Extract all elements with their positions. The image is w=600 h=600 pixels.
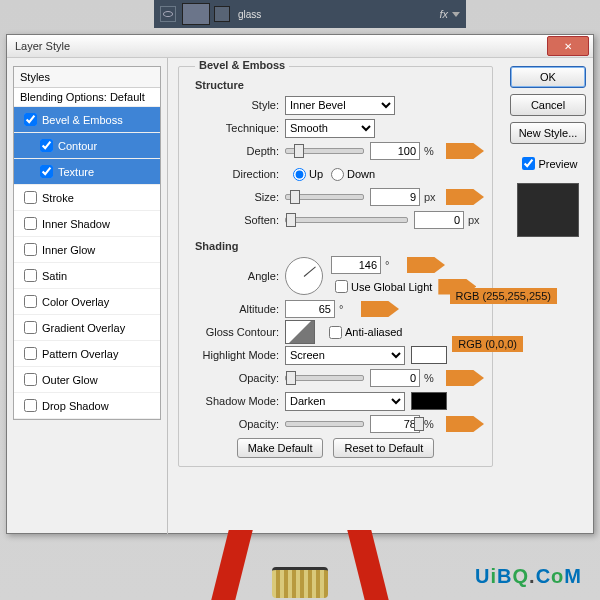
settings-panel: Bevel & Emboss Structure Style: Inner Be… bbox=[168, 58, 503, 534]
new-style-button[interactable]: New Style... bbox=[510, 122, 586, 144]
style-inner-shadow[interactable]: Inner Shadow bbox=[14, 211, 160, 237]
ok-button[interactable]: OK bbox=[510, 66, 586, 88]
direction-up[interactable] bbox=[293, 168, 306, 181]
angle-label: Angle: bbox=[187, 270, 279, 282]
shadow-opacity-value[interactable] bbox=[370, 415, 420, 433]
close-button[interactable]: ✕ bbox=[547, 36, 589, 56]
size-value[interactable] bbox=[370, 188, 420, 206]
make-default-button[interactable]: Make Default bbox=[237, 438, 324, 458]
layer-name[interactable]: glass bbox=[238, 9, 261, 20]
highlight-mode-label: Highlight Mode: bbox=[187, 349, 279, 361]
arrow-icon bbox=[446, 370, 484, 386]
preview-swatch bbox=[517, 183, 579, 237]
direction-label: Direction: bbox=[187, 168, 279, 180]
technique-select[interactable]: Smooth bbox=[285, 119, 375, 138]
dialog-title: Layer Style bbox=[15, 40, 70, 52]
layer-thumbnail[interactable] bbox=[182, 3, 210, 25]
style-drop-shadow[interactable]: Drop Shadow bbox=[14, 393, 160, 419]
blending-options[interactable]: Blending Options: Default bbox=[14, 88, 160, 107]
size-slider[interactable] bbox=[285, 194, 364, 200]
styles-header[interactable]: Styles bbox=[14, 67, 160, 88]
shadow-opacity-slider[interactable] bbox=[285, 421, 364, 427]
style-select[interactable]: Inner Bevel bbox=[285, 96, 395, 115]
use-global-light[interactable] bbox=[335, 280, 348, 293]
size-label: Size: bbox=[187, 191, 279, 203]
callout-highlight-rgb: RGB (255,255,255) bbox=[450, 288, 557, 304]
fx-badge[interactable]: fx bbox=[439, 8, 448, 20]
callout-shadow-rgb: RGB (0,0,0) bbox=[452, 336, 523, 352]
depth-slider[interactable] bbox=[285, 148, 364, 154]
check-satin[interactable] bbox=[24, 269, 37, 282]
shadow-color-swatch[interactable] bbox=[411, 392, 447, 410]
style-satin[interactable]: Satin bbox=[14, 263, 160, 289]
style-stroke[interactable]: Stroke bbox=[14, 185, 160, 211]
technique-label: Technique: bbox=[187, 122, 279, 134]
chevron-down-icon[interactable] bbox=[452, 12, 460, 17]
style-color-overlay[interactable]: Color Overlay bbox=[14, 289, 160, 315]
check-pattern-overlay[interactable] bbox=[24, 347, 37, 360]
highlight-color-swatch[interactable] bbox=[411, 346, 447, 364]
soften-label: Soften: bbox=[187, 214, 279, 226]
gloss-contour-picker[interactable] bbox=[285, 320, 315, 344]
depth-label: Depth: bbox=[187, 145, 279, 157]
check-inner-shadow[interactable] bbox=[24, 217, 37, 230]
check-gradient-overlay[interactable] bbox=[24, 321, 37, 334]
altitude-value[interactable] bbox=[285, 300, 335, 318]
layers-panel-row: glass fx bbox=[154, 0, 466, 28]
group-bevel-title: Bevel & Emboss bbox=[195, 59, 289, 71]
highlight-opacity-label: Opacity: bbox=[187, 372, 279, 384]
check-stroke[interactable] bbox=[24, 191, 37, 204]
shadow-opacity-label: Opacity: bbox=[187, 418, 279, 430]
check-texture[interactable] bbox=[40, 165, 53, 178]
style-bevel-emboss[interactable]: Bevel & Emboss bbox=[14, 107, 160, 133]
soften-value[interactable] bbox=[414, 211, 464, 229]
shadow-mode-label: Shadow Mode: bbox=[187, 395, 279, 407]
check-inner-glow[interactable] bbox=[24, 243, 37, 256]
arrow-icon bbox=[446, 143, 484, 159]
arrow-icon bbox=[361, 301, 399, 317]
depth-value[interactable] bbox=[370, 142, 420, 160]
altitude-label: Altitude: bbox=[187, 303, 279, 315]
visibility-icon[interactable] bbox=[160, 6, 176, 22]
angle-value[interactable] bbox=[331, 256, 381, 274]
check-color-overlay[interactable] bbox=[24, 295, 37, 308]
anti-aliased[interactable] bbox=[329, 326, 342, 339]
check-bevel[interactable] bbox=[24, 113, 37, 126]
soften-slider[interactable] bbox=[285, 217, 408, 223]
shadow-mode-select[interactable]: Darken bbox=[285, 392, 405, 411]
style-texture[interactable]: Texture bbox=[14, 159, 160, 185]
style-gradient-overlay[interactable]: Gradient Overlay bbox=[14, 315, 160, 341]
gloss-label: Gloss Contour: bbox=[187, 326, 279, 338]
direction-down[interactable] bbox=[331, 168, 344, 181]
arrow-icon bbox=[446, 416, 484, 432]
style-label: Style: bbox=[187, 99, 279, 111]
structure-title: Structure bbox=[195, 79, 484, 91]
highlight-opacity-value[interactable] bbox=[370, 369, 420, 387]
shading-title: Shading bbox=[195, 240, 484, 252]
highlight-opacity-slider[interactable] bbox=[285, 375, 364, 381]
highlight-mode-select[interactable]: Screen bbox=[285, 346, 405, 365]
cancel-button[interactable]: Cancel bbox=[510, 94, 586, 116]
check-contour[interactable] bbox=[40, 139, 53, 152]
angle-dial[interactable] bbox=[285, 257, 323, 295]
check-outer-glow[interactable] bbox=[24, 373, 37, 386]
arrow-icon bbox=[407, 257, 445, 273]
style-outer-glow[interactable]: Outer Glow bbox=[14, 367, 160, 393]
watermark: UiBQ.CoM bbox=[475, 565, 582, 588]
dialog-titlebar: Layer Style ✕ bbox=[7, 35, 593, 58]
check-drop-shadow[interactable] bbox=[24, 399, 37, 412]
preview-checkbox[interactable] bbox=[522, 157, 535, 170]
layer-mask-thumbnail[interactable] bbox=[214, 6, 230, 22]
style-pattern-overlay[interactable]: Pattern Overlay bbox=[14, 341, 160, 367]
style-contour[interactable]: Contour bbox=[14, 133, 160, 159]
background-illustration bbox=[210, 526, 390, 600]
style-inner-glow[interactable]: Inner Glow bbox=[14, 237, 160, 263]
reset-default-button[interactable]: Reset to Default bbox=[333, 438, 434, 458]
arrow-icon bbox=[446, 189, 484, 205]
styles-sidebar: Styles Blending Options: Default Bevel &… bbox=[7, 58, 168, 534]
layer-style-dialog: Layer Style ✕ Styles Blending Options: D… bbox=[6, 34, 594, 534]
